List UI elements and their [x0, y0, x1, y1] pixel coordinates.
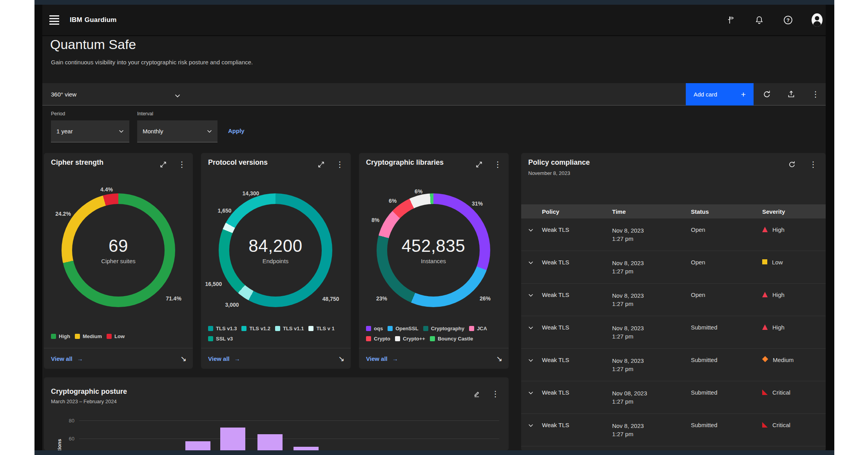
svg-text:?: ? [786, 17, 790, 23]
row-expand-chevron-icon[interactable] [521, 324, 542, 348]
notifications-icon[interactable] [751, 12, 767, 28]
legend-item[interactable]: High [51, 333, 70, 339]
bar[interactable] [220, 428, 245, 450]
chevron-down-icon[interactable] [175, 92, 180, 99]
cell-time: Nov 08, 20231:27 pm [612, 389, 691, 413]
row-expand-chevron-icon[interactable] [521, 389, 542, 413]
legend-label: Medium [83, 333, 102, 339]
legend-item[interactable]: TLS v1.3 [208, 326, 237, 331]
user-avatar[interactable] [809, 12, 825, 28]
period-select[interactable]: 1 year [51, 120, 129, 142]
legend-swatch-icon [208, 336, 213, 341]
view-all-link[interactable]: View all→ [366, 355, 398, 362]
legend-item[interactable]: JCA [469, 326, 487, 331]
arrow-right-icon: → [234, 355, 240, 362]
add-card-button[interactable]: Add card + [686, 83, 754, 106]
overflow-menu-icon[interactable]: ⋮ [174, 157, 190, 172]
legend-item[interactable]: OpenSSL [388, 326, 419, 331]
overflow-menu-icon[interactable]: ⋮ [490, 157, 506, 172]
expand-icon[interactable] [155, 157, 171, 172]
severity-label: Medium [773, 357, 794, 363]
cryptographic-posture-card: Cryptographic posture March 2023 – Febru… [44, 377, 509, 450]
legend-swatch-icon [51, 334, 56, 339]
period-label: Period [51, 111, 65, 116]
y-tick-label: 60 [63, 436, 74, 442]
legend-label: High [59, 333, 70, 339]
page-title: Quantum Safe [50, 37, 136, 52]
legend-swatch-icon [430, 336, 435, 341]
wayfinder-icon[interactable] [722, 12, 738, 28]
launch-diagonal-icon[interactable]: ↘ [496, 354, 502, 363]
cell-status: Submitted [691, 389, 762, 413]
legend-item[interactable]: Low [107, 333, 125, 339]
table-row[interactable]: Weak TLSNov 08, 20231:27 pmSubmittedCrit… [521, 381, 826, 414]
edit-icon[interactable] [469, 386, 484, 402]
severity-low-icon [762, 259, 767, 264]
apply-button[interactable]: Apply [228, 127, 245, 134]
bar[interactable] [185, 441, 210, 450]
legend-label: TLS v1.1 [283, 326, 304, 331]
frame-strip-bottom [34, 450, 834, 455]
legend-label: JCA [477, 326, 487, 331]
legend-item[interactable]: TLS v1.2 [241, 326, 270, 331]
legend-item[interactable]: oqs [366, 326, 383, 331]
legend-item[interactable]: Cryptography [423, 326, 464, 331]
severity-label: Low [772, 259, 783, 266]
legend-swatch-icon [275, 326, 280, 331]
legend-swatch-icon [366, 336, 371, 341]
view-all-link[interactable]: View all→ [208, 355, 240, 362]
table-row[interactable]: Weak TLSNov 8, 20231:27 pmSubmittedCriti… [521, 414, 826, 446]
donut-callout: 1,650 [217, 207, 231, 214]
donut-callout: 71.4% [166, 295, 181, 302]
table-row[interactable]: Weak TLSNov 8, 20231:27 pmOpenLow [521, 251, 826, 284]
frame-strip-top [34, 0, 834, 5]
legend-item[interactable]: SSL v3 [208, 336, 233, 342]
chart-legend: HighMediumLow [51, 333, 190, 339]
refresh-icon[interactable] [784, 157, 800, 172]
upload-icon[interactable] [783, 86, 799, 102]
cell-policy: Weak TLS [542, 226, 612, 251]
y-tick-label: 80 [63, 418, 74, 424]
legend-item[interactable]: Crypto [366, 336, 390, 342]
severity-medium-icon [762, 356, 768, 362]
row-expand-chevron-icon[interactable] [521, 422, 542, 446]
overflow-menu-icon[interactable]: ⋮ [487, 386, 503, 402]
donut-callout: 24.2% [55, 211, 71, 217]
launch-diagonal-icon[interactable]: ↘ [338, 354, 344, 363]
bar[interactable] [257, 434, 283, 451]
bar[interactable] [294, 447, 319, 450]
row-expand-chevron-icon[interactable] [521, 259, 542, 283]
help-icon[interactable]: ? [780, 12, 796, 28]
overflow-menu-icon[interactable]: ⋮ [808, 86, 823, 102]
table-row[interactable]: Weak TLSNov 8, 20231:27 pmOpenHigh [521, 218, 826, 251]
overflow-menu-icon[interactable]: ⋮ [805, 157, 821, 172]
cryptographic-libraries-card: Cryptographic libraries ⋮ 452,835 Instan… [359, 153, 509, 369]
table-row[interactable]: Weak TLSNov 8, 20231:27 pmSubmittedHigh [521, 316, 826, 349]
view-selector[interactable]: 360° view [51, 91, 76, 98]
expand-icon[interactable] [471, 157, 487, 172]
cell-severity: Low [762, 259, 826, 283]
legend-swatch-icon [241, 326, 246, 331]
interval-select[interactable]: Monthly [137, 120, 217, 142]
table-row[interactable]: Weak TLSNov 8, 20231:27 pmSubmittedMediu… [521, 349, 826, 381]
launch-diagonal-icon[interactable]: ↘ [180, 354, 187, 363]
refresh-icon[interactable] [759, 86, 775, 102]
view-all-link[interactable]: View all→ [51, 355, 83, 362]
overflow-menu-icon[interactable]: ⋮ [332, 157, 348, 172]
legend-item[interactable]: Crypto++ [395, 336, 425, 342]
legend-item[interactable]: TLS v 1 [308, 326, 334, 331]
row-expand-chevron-icon[interactable] [521, 291, 542, 316]
menu-icon[interactable] [48, 14, 61, 26]
severity-label: Critical [772, 389, 790, 396]
legend-item[interactable]: Medium [75, 333, 102, 339]
legend-item[interactable]: Bouncy Castle [430, 336, 473, 342]
interval-label: Interval [137, 111, 153, 116]
legend-label: SSL v3 [216, 336, 233, 342]
row-expand-chevron-icon[interactable] [521, 357, 542, 381]
table-row[interactable]: Weak TLSNov 8, 20231:27 pmOpenHigh [521, 284, 826, 316]
legend-item[interactable]: TLS v1.1 [275, 326, 304, 331]
col-time: Time [612, 208, 691, 215]
cell-severity: Critical [762, 389, 826, 413]
expand-icon[interactable] [313, 157, 329, 172]
row-expand-chevron-icon[interactable] [521, 226, 542, 251]
